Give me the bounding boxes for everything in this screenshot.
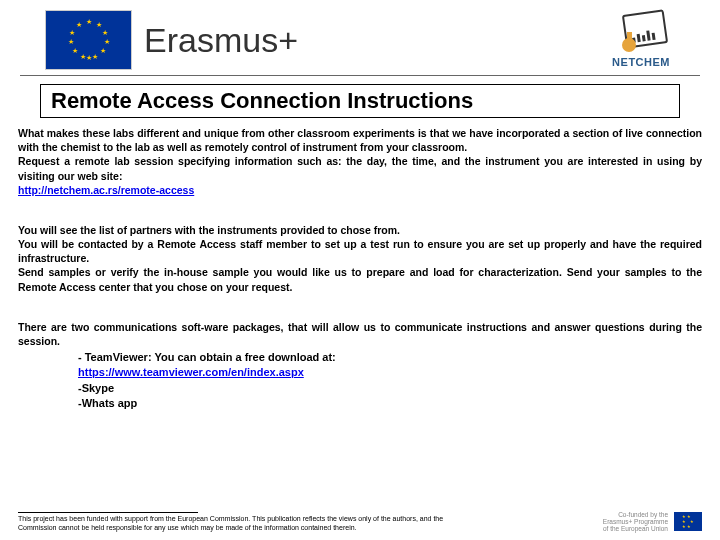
teamviewer-label: - TeamViewer: You can obtain a free down… (78, 350, 702, 365)
intro-text: What makes these labs different and uniq… (18, 127, 702, 153)
footer-right: Co-funded by the Erasmus+ Programme of t… (603, 511, 702, 532)
software-list: - TeamViewer: You can obtain a free down… (78, 350, 702, 412)
header-left: ★ ★ ★ ★ ★ ★ ★ ★ ★ ★ ★ ★ Erasmus+ (45, 10, 298, 70)
software-intro: There are two communications soft-ware p… (18, 320, 702, 348)
partners-text: You will see the list of partners with t… (18, 224, 400, 236)
cofund-text: Co-funded by the Erasmus+ Programme of t… (603, 511, 668, 532)
eu-flag-icon: ★ ★ ★ ★ ★ ★ ★ ★ ★ ★ ★ ★ (45, 10, 132, 70)
netchem-logo: NETCHEM (612, 12, 670, 68)
contact-text: You will be contacted by a Remote Access… (18, 238, 702, 264)
samples-text: Send samples or verify the in-house samp… (18, 266, 702, 292)
netchem-label: NETCHEM (612, 56, 670, 68)
footer: This project has been funded with suppor… (18, 506, 702, 532)
site-link[interactable]: http://netchem.ac.rs/remote-access (18, 184, 194, 196)
erasmus-logo-text: Erasmus+ (144, 21, 298, 60)
teamviewer-link[interactable]: https://www.teamviewer.com/en/index.aspx (78, 366, 304, 378)
footer-divider (18, 512, 198, 513)
page-title: Remote Access Connection Instructions (51, 88, 473, 113)
content: What makes these labs different and uniq… (0, 126, 720, 412)
intro-paragraph: What makes these labs different and uniq… (18, 126, 702, 197)
title-bar: Remote Access Connection Instructions (40, 84, 680, 118)
netchem-icon (616, 12, 666, 54)
request-text: Request a remote lab session specifying … (18, 155, 702, 181)
header: ★ ★ ★ ★ ★ ★ ★ ★ ★ ★ ★ ★ Erasmus+ (20, 0, 700, 76)
mini-eu-flag-icon: ★ ★★ ★★ ★ (674, 512, 702, 531)
skype-item: -Skype (78, 381, 702, 396)
footer-left: This project has been funded with suppor… (18, 506, 448, 532)
whatsapp-item: -Whats app (78, 396, 702, 411)
disclaimer-text: This project has been funded with suppor… (18, 515, 448, 532)
steps-paragraph: You will see the list of partners with t… (18, 223, 702, 294)
